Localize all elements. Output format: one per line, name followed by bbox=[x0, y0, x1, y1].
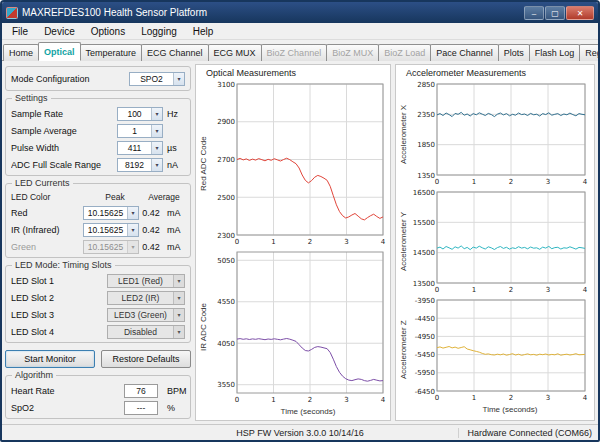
timing-slot-row-led-slot-3: LED Slot 3LED3 (Green)▾ bbox=[11, 307, 185, 322]
red-adc-axis-label: Red ADC Code bbox=[198, 80, 209, 248]
svg-text:-4950: -4950 bbox=[415, 333, 435, 341]
tab-ecg-mux[interactable]: ECG MUX bbox=[208, 44, 262, 61]
svg-text:0: 0 bbox=[235, 396, 239, 404]
svg-text:3550: 3550 bbox=[217, 381, 235, 389]
menu-help[interactable]: Help bbox=[185, 25, 222, 38]
sample-rate-select[interactable]: 100▾ bbox=[117, 107, 163, 121]
svg-text:0: 0 bbox=[435, 178, 439, 186]
svg-text:-5450: -5450 bbox=[415, 351, 435, 359]
led-slot-1-label: LED Slot 1 bbox=[11, 276, 107, 286]
led-current-row-red: Red10.15625▾0.42mA bbox=[11, 205, 185, 220]
red-adc-chart: Red ADC Code 2300250027002900310001234 bbox=[198, 80, 388, 248]
led-ir-infrared-peak-select[interactable]: 10.15625▾ bbox=[83, 223, 139, 237]
tab-bioz-mux: BioZ MUX bbox=[326, 44, 379, 61]
sample-rate-label: Sample Rate bbox=[11, 109, 117, 119]
menu-logging[interactable]: Logging bbox=[133, 25, 185, 38]
restore-defaults-button[interactable]: Restore Defaults bbox=[101, 350, 191, 368]
mode-configuration-select[interactable]: SPO2 ▾ bbox=[129, 72, 185, 86]
mode-configuration-group: Mode Configuration SPO2 ▾ bbox=[5, 66, 191, 91]
led-slot-3-label: LED Slot 3 bbox=[11, 310, 107, 320]
accel-z-chart: Accelerometer Z -6450-5950-5450-4950-445… bbox=[398, 296, 592, 404]
sample-average-select[interactable]: 1▾ bbox=[117, 124, 163, 138]
svg-text:2: 2 bbox=[509, 394, 513, 402]
svg-text:3: 3 bbox=[344, 396, 348, 404]
spo2-value: --- bbox=[124, 401, 158, 415]
average-header: Average bbox=[143, 192, 185, 202]
menu-file[interactable]: File bbox=[4, 25, 36, 38]
svg-text:1: 1 bbox=[472, 178, 476, 186]
svg-text:1: 1 bbox=[472, 394, 476, 402]
timing-slot-rows: LED Slot 1LED1 (Red)▾LED Slot 2LED2 (IR)… bbox=[11, 270, 185, 339]
svg-text:16500: 16500 bbox=[413, 189, 435, 197]
led-slot-3-select[interactable]: LED3 (Green)▾ bbox=[107, 308, 185, 322]
svg-text:15500: 15500 bbox=[413, 219, 435, 227]
ir-infrared-label: IR (Infrared) bbox=[11, 225, 83, 235]
chevron-down-icon: ▾ bbox=[173, 309, 184, 321]
settings-group-title: Settings bbox=[12, 93, 51, 103]
ir-adc-axis-label: IR ADC Code bbox=[198, 248, 209, 406]
accel-x-chart: Accelerometer X 135018502350285001234 bbox=[398, 80, 592, 188]
svg-text:2500: 2500 bbox=[217, 194, 235, 202]
menu-options[interactable]: Options bbox=[83, 25, 133, 38]
pulse-width-unit: µs bbox=[167, 143, 185, 153]
close-button[interactable]: ✕ bbox=[566, 6, 594, 20]
svg-text:0: 0 bbox=[435, 394, 439, 402]
spo2-label: SpO2 bbox=[11, 403, 124, 413]
led-slot-4-label: LED Slot 4 bbox=[11, 327, 107, 337]
accel-y-chart: Accelerometer Y 135001450015500165000123… bbox=[398, 188, 592, 296]
tab-pace-channel[interactable]: Pace Channel bbox=[430, 44, 499, 61]
led-red-peak-select[interactable]: 10.15625▾ bbox=[83, 206, 139, 220]
svg-text:-6450: -6450 bbox=[415, 388, 435, 396]
minimize-button[interactable]: – bbox=[524, 6, 544, 20]
pulse-width-select[interactable]: 411▾ bbox=[117, 141, 163, 155]
tab-plots[interactable]: Plots bbox=[498, 44, 530, 61]
heart-rate-unit: BPM bbox=[167, 386, 185, 396]
mode-configuration-label: Mode Configuration bbox=[11, 74, 129, 84]
menu-device[interactable]: Device bbox=[36, 25, 83, 38]
svg-text:0: 0 bbox=[235, 238, 239, 246]
maximize-button[interactable]: ▢ bbox=[545, 6, 565, 20]
svg-text:4: 4 bbox=[583, 178, 588, 186]
svg-text:2: 2 bbox=[308, 396, 312, 404]
led-current-row-green: Green10.15625▾0.42mA bbox=[11, 239, 185, 254]
chevron-down-icon: ▾ bbox=[173, 326, 184, 338]
settings-row-pulse-width: Pulse Width411▾µs bbox=[11, 140, 185, 155]
optical-tab-page: Mode Configuration SPO2 ▾ Settings Sampl… bbox=[2, 61, 598, 424]
led-slot-1-select[interactable]: LED1 (Red)▾ bbox=[107, 274, 185, 288]
svg-text:2850: 2850 bbox=[417, 81, 435, 89]
tab-bar: HomeOpticalTemperatureECG ChannelECG MUX… bbox=[2, 40, 598, 61]
svg-text:1850: 1850 bbox=[417, 141, 435, 149]
led-currents-group: LED Currents LED ColorPeakAverageRed10.1… bbox=[5, 183, 191, 258]
led-slot-2-select[interactable]: LED2 (IR)▾ bbox=[107, 291, 185, 305]
tab-temperature[interactable]: Temperature bbox=[80, 44, 143, 61]
adc-full-scale-range-select[interactable]: 8192▾ bbox=[117, 158, 163, 172]
led-currents-group-title: LED Currents bbox=[12, 178, 73, 188]
led-red-unit: mA bbox=[167, 208, 185, 218]
start-monitor-button[interactable]: Start Monitor bbox=[5, 350, 95, 368]
svg-text:1: 1 bbox=[472, 286, 476, 294]
timing-slots-group: LED Mode: Timing Slots LED Slot 1LED1 (R… bbox=[5, 265, 191, 343]
led-ir-infrared-unit: mA bbox=[167, 225, 185, 235]
svg-text:-4450: -4450 bbox=[415, 315, 435, 323]
adc-full-scale-range-unit: nA bbox=[167, 160, 185, 170]
tab-home[interactable]: Home bbox=[3, 44, 39, 61]
algorithm-rows: Heart Rate76BPMSpO2---% bbox=[11, 380, 185, 415]
chevron-down-icon: ▾ bbox=[127, 241, 138, 253]
svg-text:-3950: -3950 bbox=[415, 297, 435, 305]
tab-flash-log[interactable]: Flash Log bbox=[529, 44, 581, 61]
svg-text:2350: 2350 bbox=[417, 111, 435, 119]
accel-x-plot: 135018502350285001234 bbox=[409, 80, 589, 188]
svg-text:0: 0 bbox=[435, 286, 439, 294]
led-slot-2-label: LED Slot 2 bbox=[11, 293, 107, 303]
led-current-row-ir-infrared: IR (Infrared)10.15625▾0.42mA bbox=[11, 222, 185, 237]
red-label: Red bbox=[11, 208, 83, 218]
timing-slot-row-led-slot-1: LED Slot 1LED1 (Red)▾ bbox=[11, 273, 185, 288]
tab-ecg-channel[interactable]: ECG Channel bbox=[141, 44, 209, 61]
chevron-down-icon: ▾ bbox=[173, 73, 184, 85]
svg-text:4: 4 bbox=[583, 286, 588, 294]
tab-registers[interactable]: Registers bbox=[579, 44, 600, 61]
tab-optical[interactable]: Optical bbox=[38, 42, 81, 61]
app-icon bbox=[6, 7, 18, 19]
app-window: MAXREFDES100 Health Sensor Platform – ▢ … bbox=[0, 0, 600, 442]
led-slot-4-select[interactable]: Disabled▾ bbox=[107, 325, 185, 339]
